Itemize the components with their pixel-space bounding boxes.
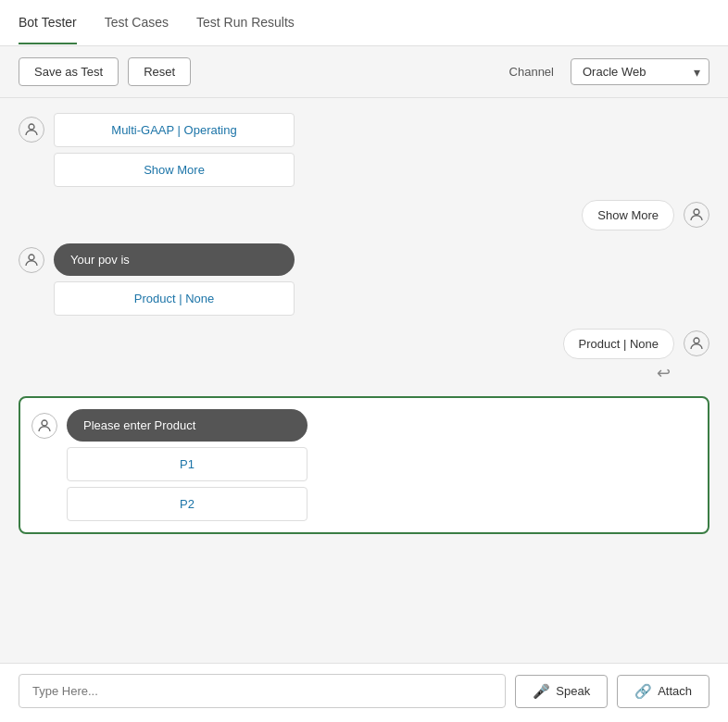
choice-multi-gaap[interactable]: Multi-GAAP | Operating [54, 113, 295, 147]
tab-test-cases[interactable]: Test Cases [105, 2, 169, 44]
attach-icon: 🔗 [634, 683, 652, 700]
attach-label: Attach [658, 684, 692, 698]
speak-button[interactable]: 🎤 Speak [515, 675, 608, 708]
reset-button[interactable]: Reset [128, 57, 191, 86]
svg-point-1 [694, 209, 699, 215]
bot-messages-3: Please enter Product P1 P2 [67, 409, 308, 521]
user-avatar-1 [684, 202, 709, 228]
bot-messages-2: Your pov is Product | None [54, 243, 295, 316]
bot-avatar-2 [19, 247, 44, 273]
svg-point-4 [42, 420, 47, 426]
attach-button[interactable]: 🔗 Attach [617, 675, 709, 708]
bot-avatar-1 [19, 117, 44, 143]
active-bot-panel: Please enter Product P1 P2 [19, 396, 709, 534]
user-bubble-product-none: Product | None [563, 329, 674, 359]
save-as-test-button[interactable]: Save as Test [19, 57, 119, 86]
choice-p1[interactable]: P1 [67, 447, 308, 481]
channel-select[interactable]: Oracle Web Facebook Slack [571, 58, 709, 85]
svg-point-0 [29, 124, 34, 130]
chat-input[interactable] [19, 674, 506, 708]
choice-p2[interactable]: P2 [67, 487, 308, 521]
nav-tabs: Bot Tester Test Cases Test Run Results [0, 0, 728, 46]
channel-select-wrapper: Oracle Web Facebook Slack [571, 58, 709, 85]
input-bar: 🎤 Speak 🔗 Attach [0, 663, 728, 718]
svg-point-2 [29, 255, 34, 260]
bot-avatar-3 [31, 413, 57, 439]
user-bubble-show-more: Show More [582, 200, 674, 230]
bot-message-row-2: Your pov is Product | None [19, 243, 709, 316]
speak-label: Speak [556, 684, 590, 698]
bot-pov-bubble: Your pov is [54, 243, 295, 276]
toolbar: Save as Test Reset Channel Oracle Web Fa… [0, 46, 728, 98]
chat-area: Multi-GAAP | Operating Show More Show Mo… [0, 98, 728, 663]
bot-messages-1: Multi-GAAP | Operating Show More [54, 113, 295, 187]
user-message-row-2: Product | None ↩ [19, 329, 709, 383]
rerun-icon[interactable]: ↩ [657, 363, 674, 383]
choice-product-none-1[interactable]: Product | None [54, 281, 295, 316]
bot-message-row-1: Multi-GAAP | Operating Show More [19, 113, 709, 187]
user-avatar-2 [684, 330, 709, 356]
user-message-row-1: Show More [19, 200, 709, 230]
tab-bot-tester[interactable]: Bot Tester [19, 2, 77, 44]
tab-test-run-results[interactable]: Test Run Results [196, 2, 295, 44]
channel-label: Channel [509, 65, 554, 79]
svg-point-3 [694, 338, 699, 343]
speak-icon: 🎤 [533, 683, 550, 700]
please-enter-product-bubble: Please enter Product [67, 409, 308, 442]
choice-show-more-1[interactable]: Show More [54, 153, 295, 187]
